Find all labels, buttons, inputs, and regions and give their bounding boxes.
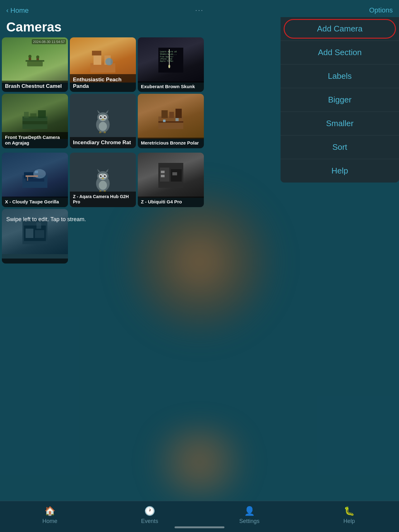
back-label: Home [10,7,29,15]
back-button[interactable]: ‹ Home [6,7,29,15]
camera-feed [2,153,68,198]
tab-settings[interactable]: 👤 Settings [200,506,299,525]
camera-feed [138,94,204,139]
labels-button[interactable]: Labels [281,64,399,88]
svg-rect-21 [30,113,36,118]
help-dropdown-button[interactable]: Help [281,159,399,183]
camera-tile[interactable]: Meretricious Bronze Polar [138,94,204,148]
home-icon: 🏠 [45,506,55,516]
svg-text:iPhone iPad: iPhone iPad [160,58,172,60]
svg-marker-57 [97,169,100,172]
camera-name: Enthusiastic Peach Panda [70,74,136,92]
bigger-button[interactable]: Bigger [281,88,399,112]
home-indicator [175,526,224,528]
tab-settings-label: Settings [239,518,259,525]
svg-point-51 [33,169,46,178]
camera-name: Incendiary Chrome Rat [70,137,136,148]
scene-elements [26,51,44,69]
svg-rect-80 [26,229,33,238]
dots-icon: ··· [195,6,204,14]
chevron-left-icon: ‹ [6,7,8,15]
camera-grid: 2024-08-30 11:54:57 Brash Chestnut Camel… [0,37,206,148]
svg-rect-9 [92,51,101,55]
svg-rect-22 [38,110,46,118]
svg-rect-0 [27,62,43,66]
camera-grid-2: X - Cloudy Taupe Gorilla [0,153,206,264]
tab-help[interactable]: 🐛 Help [299,506,399,525]
svg-point-64 [101,175,102,176]
camera-name: Z - Ubiquiti G4 Pro [138,197,204,207]
svg-marker-26 [97,110,100,113]
options-button[interactable]: Options [369,6,393,14]
page-title: Cameras [0,17,206,40]
svg-marker-27 [106,110,108,113]
camera-feed: Learn more at ShakiraLee... Free App for… [138,37,204,83]
camera-name: X - Cloudy Taupe Gorilla [2,197,68,207]
tab-home[interactable]: 🏠 Home [0,506,100,525]
owl-icon-2 [90,168,115,192]
camera-name: Exuberant Brown Skunk [138,81,204,92]
bug-icon: 🐛 [344,506,355,516]
camera-tile[interactable]: X - Cloudy Taupe Gorilla [2,153,68,207]
svg-rect-81 [35,230,44,238]
tab-events[interactable]: 🕐 Events [100,506,200,525]
svg-text:Apple TV Mac: Apple TV Mac [160,60,174,62]
svg-point-65 [105,175,106,176]
add-section-button[interactable]: Add Section [281,41,399,64]
dots-menu[interactable]: ··· [195,6,204,14]
smaller-button[interactable]: Smaller [281,112,399,135]
svg-line-37 [99,131,100,133]
svg-point-34 [105,116,106,117]
svg-rect-54 [26,175,38,177]
camera-name: Brash Chestnut Camel [2,81,68,92]
svg-point-36 [99,122,107,131]
svg-rect-42 [161,110,168,118]
add-camera-button[interactable]: Add Camera [281,17,399,41]
svg-rect-46 [163,120,166,122]
camera-tile[interactable]: Z - Aqara Camera Hub G2H Pro [70,153,136,207]
svg-point-33 [101,116,102,117]
svg-text:Learn more at: Learn more at [160,50,177,53]
camera-tile[interactable]: 2024-08-30 11:54:57 Brash Chestnut Camel [2,37,68,92]
swipe-hint: Swipe left to edit. Tap to stream. [0,212,92,227]
camera-name: Meretricious Bronze Polar [138,138,204,148]
svg-point-4 [36,55,39,59]
svg-text:ShakiraLee...: ShakiraLee... [160,53,177,55]
svg-point-3 [28,55,31,58]
svg-rect-77 [172,172,177,175]
camera-name: Z - Aqara Camera Hub G2H Pro [70,192,136,207]
svg-rect-45 [158,121,183,123]
scene-elements [22,163,47,188]
svg-rect-7 [94,54,101,65]
svg-rect-75 [161,171,165,173]
svg-line-40 [105,132,105,133]
clock-icon: 🕐 [144,506,155,516]
svg-marker-58 [106,169,108,172]
tab-home-label: Home [42,518,57,525]
camera-tile[interactable]: Incendiary Chrome Rat [70,94,136,148]
camera-tile[interactable]: Z - Ubiquiti G4 Pro [138,153,204,207]
scene-elements [158,104,183,129]
blur-circle-bottom [137,423,262,501]
camera-name: Front TrueDepth Camera on Agrajag [2,132,68,148]
svg-rect-20 [24,112,29,118]
top-nav: ‹ Home ··· Options [0,0,399,19]
scene-elements [158,163,183,188]
svg-point-13 [168,64,170,68]
svg-point-10 [105,58,113,65]
scene-elements: Learn more at ShakiraLee... Free App for… [158,48,183,73]
scene-elements [22,104,47,129]
svg-rect-52 [26,178,44,182]
svg-rect-23 [22,121,47,124]
sort-button[interactable]: Sort [281,135,399,159]
dropdown-menu: Add Camera Add Section Labels Bigger Sma… [281,17,399,183]
svg-rect-44 [175,109,182,118]
person-icon: 👤 [244,506,255,516]
camera-tile[interactable]: Enthusiastic Peach Panda [70,37,136,92]
camera-tile[interactable]: Learn more at ShakiraLee... Free App for… [138,37,204,92]
svg-rect-43 [169,112,174,118]
tab-events-label: Events [141,518,158,525]
camera-tile[interactable]: Front TrueDepth Camera on Agrajag [2,94,68,148]
timestamp: 2024-08-30 11:54:57 [32,39,66,44]
svg-rect-76 [161,175,165,177]
